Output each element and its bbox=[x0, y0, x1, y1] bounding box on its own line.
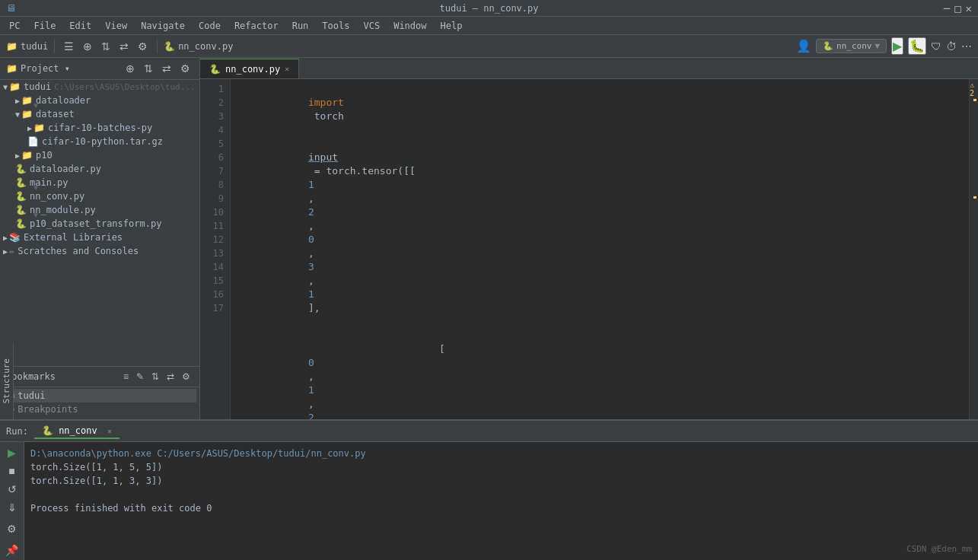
profile-button[interactable]: ⏱ bbox=[946, 40, 957, 52]
bookmarks-settings-btn[interactable]: ⚙ bbox=[179, 370, 193, 383]
line-num-10: 10 bbox=[200, 205, 224, 219]
term-line-4 bbox=[30, 488, 972, 501]
toolbar-settings-btn[interactable]: ⚙ bbox=[135, 39, 151, 54]
menu-view[interactable]: View bbox=[99, 19, 133, 33]
run-stop-btn[interactable]: ■ bbox=[7, 463, 16, 479]
tree-item-scratches[interactable]: ▶ ✏ Scratches and Consoles bbox=[0, 244, 199, 258]
num-1b: 1 bbox=[308, 288, 314, 300]
tab-label: nn_conv.py bbox=[225, 64, 280, 75]
bookmarks-list-btn[interactable]: ≡ bbox=[120, 370, 132, 383]
bottom-tab-nn-conv[interactable]: 🐍 nn_conv ✕ bbox=[34, 424, 119, 439]
sidebar-collapse-all-btn[interactable]: ⇄ bbox=[159, 61, 174, 76]
sidebar-title: Project ▾ bbox=[21, 63, 70, 74]
tree-arrow-tudui: ▼ bbox=[3, 83, 8, 91]
line-num-15: 15 bbox=[200, 274, 224, 288]
code-editor[interactable]: ▼ ▼ ▼ import torch bbox=[231, 79, 969, 419]
sidebar-settings-btn[interactable]: ⚙ bbox=[177, 61, 193, 76]
menu-tools[interactable]: Tools bbox=[316, 19, 355, 33]
line-num-5: 5 bbox=[200, 137, 224, 151]
line-num-11: 11 bbox=[200, 219, 224, 233]
lib-icon: 📚 bbox=[9, 232, 21, 243]
run-config-box[interactable]: 🐍 nn_conv ▼ bbox=[816, 39, 887, 53]
bookmarks-content: ≡ tudui ⊙ Breakpoints bbox=[0, 387, 199, 418]
run-play-btn[interactable]: ▶ bbox=[6, 445, 18, 460]
toolbar-collapse-btn[interactable]: ⇄ bbox=[116, 39, 132, 54]
var-input-2: input bbox=[308, 151, 338, 163]
tab-bar: 🐍 nn_conv.py ✕ bbox=[200, 58, 978, 79]
tree-label-scratches: Scratches and Consoles bbox=[18, 246, 139, 256]
tree-item-external-libs[interactable]: ▶ 📚 External Libraries bbox=[0, 231, 199, 244]
tree-label-cifar-batches: cifar-10-batches-py bbox=[48, 123, 152, 133]
term-size-1: torch.Size([1, 1, 5, 5]) bbox=[30, 462, 162, 473]
tree-arrow-p10: ▶ bbox=[15, 151, 20, 160]
menu-code[interactable]: Code bbox=[193, 19, 227, 33]
bottom-tabs: Run: 🐍 nn_conv ✕ bbox=[0, 421, 978, 442]
panel-pin-btn[interactable]: 📌 bbox=[4, 542, 20, 558]
structure-panel-tab[interactable]: Structure bbox=[0, 343, 14, 419]
menu-window[interactable]: Window bbox=[387, 19, 432, 33]
term-line-1: D:\anaconda\python.exe C:/Users/ASUS/Des… bbox=[30, 447, 972, 460]
term-line-5: Process finished with exit code 0 bbox=[30, 501, 972, 515]
maximize-icon[interactable]: □ bbox=[954, 2, 960, 14]
menu-edit[interactable]: Edit bbox=[63, 19, 97, 33]
run-tab-label: nn_conv bbox=[59, 425, 97, 436]
menu-navigate[interactable]: Navigate bbox=[135, 19, 191, 33]
breadcrumb-project: tudui bbox=[21, 41, 48, 52]
debug-button[interactable]: 🐛 bbox=[908, 37, 926, 55]
sidebar-project-icon: 📁 bbox=[6, 63, 18, 74]
line-num-9: 9 bbox=[200, 192, 224, 205]
menu-pc[interactable]: PC bbox=[3, 19, 26, 33]
bottom-content: ▶ ■ ↺ ⇓ ⚙ 📌 ✕ D:\anaconda\python.exe C:/… bbox=[0, 442, 978, 560]
line-num-8: 8 bbox=[200, 178, 224, 192]
line-num-7: 7 bbox=[200, 164, 224, 178]
tab-close-btn[interactable]: ✕ bbox=[285, 65, 289, 73]
coverage-button[interactable]: 🛡 bbox=[931, 40, 941, 52]
window-controls[interactable]: ─ □ ✕ bbox=[944, 2, 972, 14]
line-num-14: 14 bbox=[200, 260, 224, 274]
line-num-4: 4 bbox=[200, 123, 224, 137]
structure-label: Structure bbox=[2, 358, 11, 404]
keyword-import: import bbox=[308, 97, 344, 108]
menu-help[interactable]: Help bbox=[435, 19, 469, 33]
title-bar: 🖥 tudui – nn_conv.py ─ □ ✕ bbox=[0, 0, 978, 17]
toolbar-expand-btn[interactable]: ⇅ bbox=[98, 39, 113, 54]
sidebar-header: 📁 Project ▾ ⊕ ⇅ ⇄ ⚙ bbox=[0, 58, 199, 80]
term-path-text: D:\anaconda\python.exe C:/Users/ASUS/Des… bbox=[30, 448, 366, 459]
run-tab-icon: 🐍 bbox=[42, 425, 53, 436]
gutter-marker-1 bbox=[973, 99, 976, 101]
menu-vcs[interactable]: VCS bbox=[357, 19, 386, 33]
more-run-btn[interactable]: ⋯ bbox=[961, 40, 972, 52]
scratches-icon: ✏ bbox=[9, 246, 14, 256]
bookmarks-filter-btn[interactable]: ⇄ bbox=[164, 370, 177, 383]
file-icon-nn-conv-py: 🐍 bbox=[15, 191, 27, 202]
run-config-dropdown-icon[interactable]: ▼ bbox=[874, 41, 880, 51]
bookmark-item-breakpoints[interactable]: ⊙ Breakpoints bbox=[3, 402, 196, 416]
run-scroll-btn[interactable]: ⇓ bbox=[6, 500, 18, 515]
breadcrumb-icon: 📁 bbox=[6, 41, 18, 52]
sidebar-expand-all-btn[interactable]: ⇅ bbox=[141, 61, 156, 76]
menu-file[interactable]: File bbox=[27, 19, 62, 33]
run-tab-close-btn[interactable]: ✕ bbox=[107, 427, 112, 435]
sidebar-sync-btn[interactable]: ⊕ bbox=[123, 61, 138, 76]
menu-refactor[interactable]: Refactor bbox=[228, 19, 285, 33]
run-config-area: 👤 🐍 nn_conv ▼ ▶ 🐛 🛡 ⏱ ⋯ bbox=[796, 37, 972, 55]
run-config-icon: 🐍 bbox=[823, 41, 833, 51]
minimize-icon[interactable]: ─ bbox=[944, 2, 950, 14]
tree-path-tudui: C:\Users\ASUS\Desktop\tud... bbox=[54, 82, 195, 92]
menu-run[interactable]: Run bbox=[286, 19, 315, 33]
tab-nn-conv-py[interactable]: 🐍 nn_conv.py ✕ bbox=[200, 59, 299, 78]
toolbar-project-btn[interactable]: ☰ bbox=[61, 39, 77, 54]
close-icon[interactable]: ✕ bbox=[966, 2, 972, 14]
num-3: 3 bbox=[308, 261, 314, 272]
term-size-2: torch.Size([1, 1, 3, 3]) bbox=[30, 476, 162, 486]
right-gutter: ⚠ 2 bbox=[969, 79, 978, 419]
bookmarks-sort-btn[interactable]: ⇅ bbox=[148, 370, 162, 383]
run-settings-btn[interactable]: ⚙ bbox=[5, 521, 18, 536]
run-button[interactable]: ▶ bbox=[891, 37, 903, 55]
run-rerun-btn[interactable]: ↺ bbox=[6, 482, 18, 497]
code-line-1: import torch bbox=[237, 82, 963, 137]
bookmark-item-tudui[interactable]: ≡ tudui bbox=[3, 389, 196, 402]
run-config-name: nn_conv bbox=[836, 41, 871, 51]
toolbar-sync-btn[interactable]: ⊕ bbox=[80, 39, 95, 54]
bookmarks-edit-btn[interactable]: ✎ bbox=[133, 370, 147, 383]
